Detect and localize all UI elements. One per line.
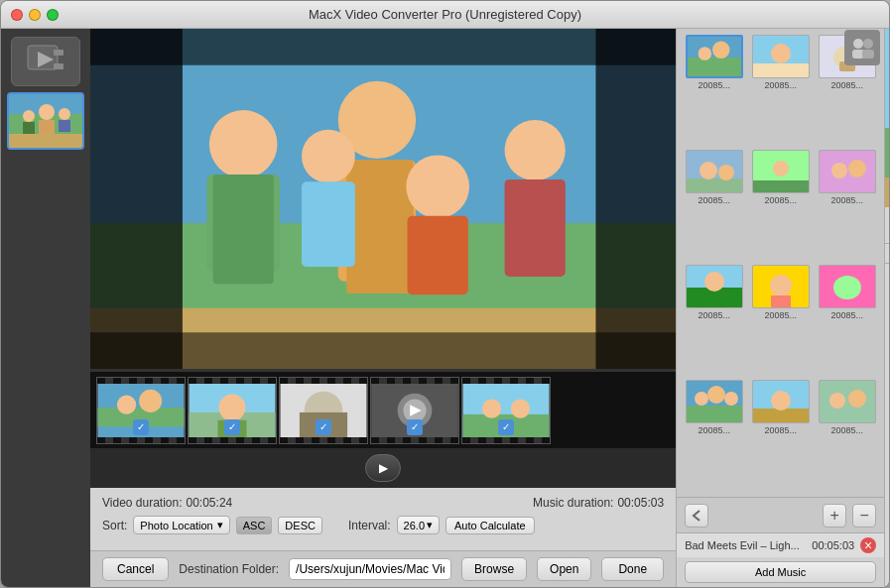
- frame-select-checkbox[interactable]: ✓: [407, 419, 423, 435]
- add-photo-button[interactable]: +: [823, 504, 846, 528]
- interval-chevron-icon: ▾: [427, 519, 433, 531]
- thumbnail-image: [752, 150, 810, 193]
- remove-music-button[interactable]: ×: [860, 537, 876, 553]
- interval-dropdown[interactable]: 26.0 ▾: [397, 516, 440, 534]
- close-button[interactable]: [11, 9, 23, 21]
- thumbnail-image: [752, 380, 810, 423]
- traffic-lights: [11, 9, 59, 21]
- clip-thumbnail[interactable]: [7, 92, 84, 150]
- svg-point-23: [302, 130, 355, 183]
- svg-point-54: [698, 47, 711, 60]
- svg-point-9: [39, 104, 55, 120]
- browse-button[interactable]: Browse: [461, 557, 527, 581]
- sort-label: Sort:: [102, 519, 127, 532]
- preview-image: [90, 29, 676, 369]
- destination-label: Destination Folder:: [179, 562, 279, 576]
- auto-calculate-button[interactable]: Auto Calculate: [445, 517, 535, 534]
- right-panel: 20085... 20085...: [676, 29, 884, 587]
- asc-button[interactable]: ASC: [236, 517, 273, 534]
- photo-thumbnail[interactable]: 20085...: [749, 265, 812, 376]
- filmstrip-frame[interactable]: ✓: [188, 377, 277, 444]
- cancel-button[interactable]: Cancel: [102, 557, 169, 581]
- filmstrip-frame[interactable]: ✓: [370, 377, 459, 444]
- thumbnail-label: 20085...: [764, 195, 797, 205]
- svg-rect-77: [771, 295, 791, 307]
- photo-thumbnail[interactable]: 20085...: [816, 265, 878, 376]
- svg-point-90: [848, 390, 866, 408]
- thumbnail-image: [686, 380, 743, 423]
- photo-thumbnail[interactable]: 20085...: [816, 380, 878, 491]
- frame-select-checkbox[interactable]: ✓: [133, 419, 149, 435]
- svg-point-35: [117, 395, 136, 413]
- photo-thumbnail[interactable]: 20085...: [683, 150, 745, 261]
- minus-icon: −: [859, 508, 868, 524]
- filmstrip-frame[interactable]: ✓: [96, 377, 186, 444]
- frame-select-checkbox[interactable]: ✓: [498, 419, 514, 435]
- frame-select-checkbox[interactable]: ✓: [316, 419, 331, 435]
- center-panel: ✓ ✓: [90, 29, 676, 587]
- preview-strip: [885, 29, 889, 207]
- interval-label: Interval:: [348, 519, 391, 532]
- svg-point-89: [829, 393, 845, 409]
- photo-thumbnail[interactable]: 20085...: [683, 380, 745, 491]
- minimize-button[interactable]: [29, 9, 41, 21]
- svg-point-17: [209, 110, 278, 178]
- svg-rect-26: [408, 216, 468, 295]
- photo-thumbnail[interactable]: 20085...: [749, 35, 812, 146]
- photo-browser-toolbar: + −: [677, 497, 884, 532]
- svg-rect-3: [54, 63, 64, 69]
- photo-thumbnail[interactable]: 20085...: [816, 150, 878, 261]
- destination-path-input[interactable]: [289, 558, 451, 580]
- sort-dropdown[interactable]: Photo Location ▾: [133, 516, 229, 534]
- svg-point-68: [773, 161, 789, 176]
- plus-icon: +: [829, 508, 838, 524]
- bottom-bar: Cancel Destination Folder: Browse Open D…: [90, 550, 676, 587]
- frame-select-checkbox[interactable]: ✓: [224, 419, 240, 435]
- music-duration-value: 00:05:03: [617, 496, 664, 510]
- svg-rect-28: [505, 179, 566, 277]
- play-button[interactable]: ▶: [365, 454, 401, 482]
- thumbnail-label: 20085...: [698, 195, 730, 205]
- svg-rect-32: [90, 332, 676, 369]
- title-bar: MacX Video Converter Pro (Unregistered C…: [1, 1, 889, 29]
- svg-rect-10: [39, 120, 55, 134]
- duration-row: Video duration: 00:05:24 Music duration:…: [102, 496, 664, 510]
- remove-photo-button[interactable]: −: [852, 504, 876, 528]
- photo-thumbnail[interactable]: 20085...: [683, 265, 745, 376]
- video-duration-value: 00:05:24: [187, 496, 233, 510]
- video-duration-label: Video duration:: [102, 496, 183, 510]
- slider-row: [885, 231, 889, 237]
- back-button[interactable]: [685, 504, 708, 528]
- svg-point-82: [695, 392, 708, 406]
- svg-point-83: [707, 386, 725, 404]
- thumbnail-label: 20085...: [698, 310, 730, 320]
- svg-rect-22: [346, 160, 413, 294]
- thumbnail-label: 20085...: [764, 80, 797, 90]
- add-video-button[interactable]: [11, 37, 80, 86]
- open-button[interactable]: Open: [537, 557, 591, 581]
- svg-rect-57: [753, 63, 809, 77]
- main-content: ✓ ✓: [1, 29, 889, 587]
- thumbnail-image: [752, 35, 810, 78]
- thumbnail-label: 20085...: [830, 310, 863, 320]
- add-video-icon: [26, 42, 65, 82]
- filmstrip-frame[interactable]: ✓: [279, 377, 368, 444]
- window-title: MacX Video Converter Pro (Unregistered C…: [309, 7, 581, 22]
- svg-rect-86: [753, 409, 809, 422]
- play-bar: ▶: [90, 448, 676, 488]
- filmstrip-frame[interactable]: ✓: [461, 377, 551, 444]
- svg-point-11: [59, 108, 70, 120]
- done-button[interactable]: Done: [601, 557, 664, 581]
- time-row: 00:00:00 ⤢: [885, 207, 889, 231]
- desc-button[interactable]: DESC: [278, 517, 322, 534]
- interlace-row: lrtlacing: [885, 243, 889, 263]
- maximize-button[interactable]: [47, 9, 59, 21]
- svg-point-36: [139, 389, 162, 412]
- svg-rect-88: [820, 381, 875, 422]
- svg-point-39: [219, 394, 246, 420]
- photo-thumbnail[interactable]: 20085...: [749, 150, 812, 261]
- photo-thumbnail[interactable]: 20085...: [683, 35, 745, 146]
- photo-thumbnail[interactable]: 20085...: [749, 380, 812, 491]
- svg-point-76: [770, 275, 792, 296]
- add-music-button[interactable]: Add Music: [685, 561, 876, 583]
